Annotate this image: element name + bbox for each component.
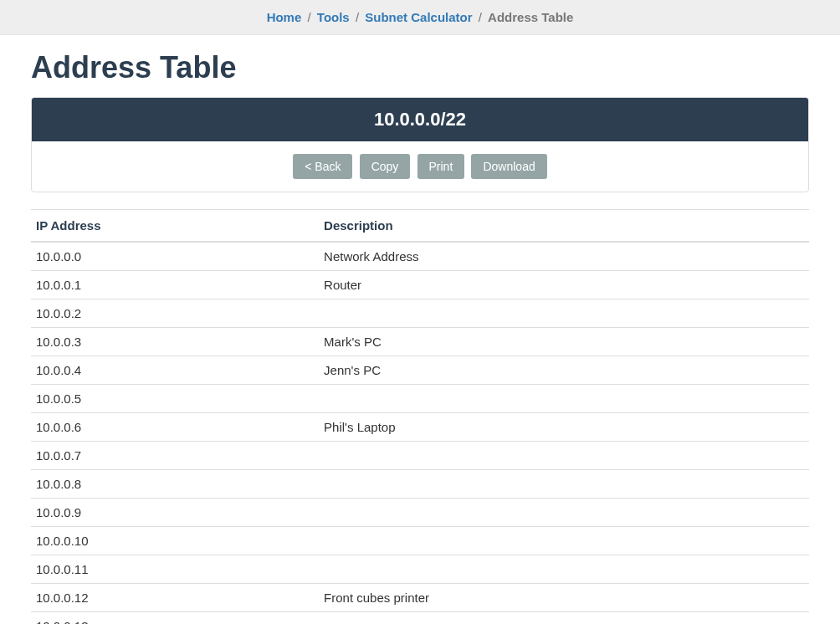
cell-description xyxy=(319,385,809,413)
cell-ip: 10.0.0.5 xyxy=(31,385,319,413)
table-row: 10.0.0.12Front cubes printer xyxy=(31,584,809,612)
cell-description xyxy=(319,442,809,470)
table-row: 10.0.0.3Mark's PC xyxy=(31,328,809,356)
cell-ip: 10.0.0.2 xyxy=(31,299,319,328)
breadcrumb-separator: / xyxy=(479,10,482,24)
breadcrumb-subnet-calculator[interactable]: Subnet Calculator xyxy=(365,10,472,24)
address-table: IP Address Description 10.0.0.0Network A… xyxy=(31,209,809,624)
download-button[interactable]: Download xyxy=(471,154,546,179)
cell-description: Front cubes printer xyxy=(319,584,809,612)
page-title: Address Table xyxy=(31,50,809,85)
subnet-heading: 10.0.0.0/22 xyxy=(32,98,808,141)
breadcrumb-home[interactable]: Home xyxy=(267,10,302,24)
print-button[interactable]: Print xyxy=(417,154,465,179)
copy-button[interactable]: Copy xyxy=(360,154,411,179)
subnet-panel: 10.0.0.0/22 < Back Copy Print Download xyxy=(31,97,809,192)
cell-ip: 10.0.0.7 xyxy=(31,442,319,470)
cell-ip: 10.0.0.6 xyxy=(31,413,319,442)
table-row: 10.0.0.2 xyxy=(31,299,809,328)
table-row: 10.0.0.4Jenn's PC xyxy=(31,356,809,385)
cell-description: Router xyxy=(319,271,809,299)
breadcrumb-separator: / xyxy=(356,10,359,24)
cell-ip: 10.0.0.3 xyxy=(31,328,319,356)
panel-body: < Back Copy Print Download xyxy=(32,141,808,192)
cell-ip: 10.0.0.9 xyxy=(31,499,319,527)
cell-ip: 10.0.0.8 xyxy=(31,470,319,499)
back-button[interactable]: < Back xyxy=(293,154,352,179)
breadcrumb: Home / Tools / Subnet Calculator / Addre… xyxy=(0,0,840,35)
cell-ip: 10.0.0.11 xyxy=(31,555,319,584)
cell-ip: 10.0.0.12 xyxy=(31,584,319,612)
header-ip-address: IP Address xyxy=(31,210,319,243)
cell-description: Phil's Laptop xyxy=(319,413,809,442)
cell-ip: 10.0.0.13 xyxy=(31,612,319,625)
table-row: 10.0.0.7 xyxy=(31,442,809,470)
cell-description: Network Address xyxy=(319,242,809,271)
breadcrumb-separator: / xyxy=(307,10,310,24)
cell-description xyxy=(319,499,809,527)
table-row: 10.0.0.0Network Address xyxy=(31,242,809,271)
cell-ip: 10.0.0.4 xyxy=(31,356,319,385)
header-description: Description xyxy=(319,210,809,243)
table-row: 10.0.0.11 xyxy=(31,555,809,584)
cell-description xyxy=(319,470,809,499)
cell-ip: 10.0.0.1 xyxy=(31,271,319,299)
breadcrumb-current: Address Table xyxy=(488,10,573,24)
cell-description xyxy=(319,299,809,328)
breadcrumb-tools[interactable]: Tools xyxy=(317,10,350,24)
cell-ip: 10.0.0.0 xyxy=(31,242,319,271)
table-row: 10.0.0.8 xyxy=(31,470,809,499)
cell-description xyxy=(319,612,809,625)
table-row: 10.0.0.5 xyxy=(31,385,809,413)
cell-ip: 10.0.0.10 xyxy=(31,527,319,555)
table-row: 10.0.0.13 xyxy=(31,612,809,625)
cell-description xyxy=(319,555,809,584)
cell-description: Jenn's PC xyxy=(319,356,809,385)
table-row: 10.0.0.6Phil's Laptop xyxy=(31,413,809,442)
cell-description xyxy=(319,527,809,555)
table-row: 10.0.0.10 xyxy=(31,527,809,555)
table-row: 10.0.0.1Router xyxy=(31,271,809,299)
table-row: 10.0.0.9 xyxy=(31,499,809,527)
cell-description: Mark's PC xyxy=(319,328,809,356)
